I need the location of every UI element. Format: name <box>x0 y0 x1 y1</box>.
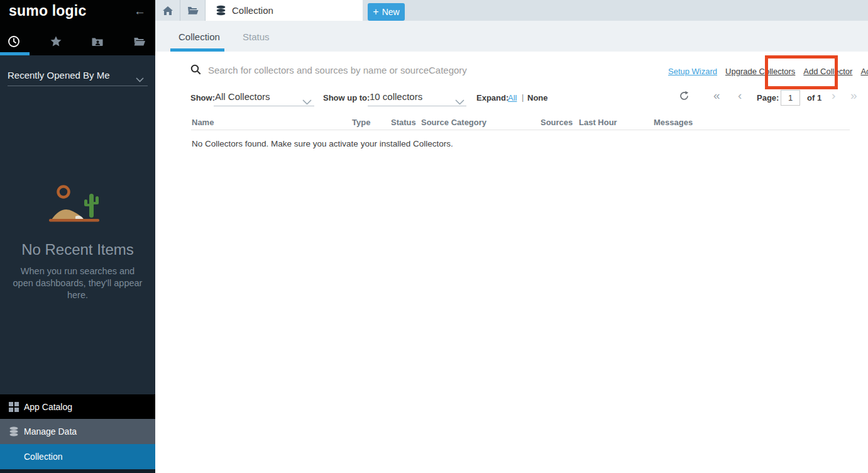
refresh-icon[interactable] <box>679 91 689 104</box>
collapse-sidebar-icon[interactable]: ← <box>134 4 146 18</box>
column-header-status: Status <box>391 118 416 127</box>
page-label: Page: <box>757 93 779 103</box>
subtab-bar: Collection Status <box>155 21 868 52</box>
top-tab-strip: Collection + New <box>155 0 868 21</box>
expand-separator: | <box>522 92 524 102</box>
sidebar-item-collection-selected[interactable]: Collection <box>0 444 155 469</box>
expand-all-link[interactable]: All <box>508 93 517 103</box>
sidebar: sumo logic ← Recently Opened By Me <box>0 0 155 473</box>
column-header-name: Name <box>192 118 214 127</box>
empty-table-message: No Collectors found. Make sure you activ… <box>192 139 453 148</box>
setup-wizard-link[interactable]: Setup Wizard <box>668 67 717 76</box>
personal-library-icon[interactable] <box>91 35 104 48</box>
sidebar-item-label: Manage Data <box>24 426 77 437</box>
database-icon <box>9 426 19 437</box>
new-tab-button[interactable]: + New <box>368 3 405 21</box>
last-page-icon[interactable]: » <box>850 89 857 103</box>
show-dropdown[interactable]: All Collectors <box>215 91 270 102</box>
search-input[interactable] <box>208 62 598 77</box>
show-up-to-underline <box>368 106 466 106</box>
column-header-type: Type <box>352 118 370 127</box>
chevron-down-icon[interactable] <box>136 74 144 85</box>
access-keys-link[interactable]: Access Keys <box>860 67 868 76</box>
expand-label: Expand: <box>476 93 508 103</box>
grid-icon <box>9 402 19 412</box>
sidebar-item-label: App Catalog <box>24 402 72 412</box>
database-icon <box>216 5 226 16</box>
next-page-icon[interactable]: › <box>832 89 835 103</box>
column-header-last-hour: Last Hour <box>579 118 617 127</box>
browse-tabs-button[interactable] <box>180 0 206 21</box>
add-collector-link[interactable]: Add Collector <box>803 67 852 76</box>
tab-label: Collection <box>232 5 273 16</box>
home-button[interactable] <box>155 0 180 21</box>
library-folder-icon[interactable] <box>133 35 146 48</box>
toolbar-links: Setup Wizard Upgrade Collectors Add Coll… <box>668 67 868 76</box>
show-up-to-dropdown[interactable]: 10 collectors <box>370 91 422 102</box>
no-recent-items-title: No Recent Items <box>0 241 155 259</box>
column-header-messages: Messages <box>654 118 693 127</box>
sidebar-header: sumo logic ← <box>0 0 155 55</box>
sidebar-item-app-catalog[interactable]: App Catalog <box>0 394 155 419</box>
no-recent-items-description: When you run searches and open dashboard… <box>10 265 145 301</box>
new-button-label: New <box>382 7 400 17</box>
upgrade-collectors-link[interactable]: Upgrade Collectors <box>725 67 795 76</box>
home-icon <box>162 6 173 16</box>
tab-collection[interactable]: Collection <box>206 0 363 21</box>
recently-opened-selector[interactable]: Recently Opened By Me <box>8 70 148 81</box>
plus-icon: + <box>373 6 378 18</box>
sidebar-item-label: Collection <box>24 452 62 462</box>
show-up-to-label: Show up to: <box>323 93 370 103</box>
sumo-logic-logo: sumo logic <box>9 3 86 19</box>
column-header-sources: Sources <box>541 118 573 127</box>
sidebar-bottom-strip <box>0 469 155 473</box>
page-number-input[interactable] <box>781 90 800 106</box>
subtab-collection[interactable]: Collection <box>179 31 220 42</box>
folder-icon <box>187 6 199 15</box>
subtab-status[interactable]: Status <box>243 31 270 42</box>
show-label: Show: <box>190 93 215 103</box>
sidebar-item-manage-data[interactable]: Manage Data <box>0 419 155 444</box>
search-icon <box>190 64 201 77</box>
first-page-icon[interactable]: « <box>713 89 720 103</box>
previous-page-icon[interactable]: ‹ <box>738 89 742 103</box>
show-dropdown-underline <box>214 106 314 106</box>
desert-illustration <box>48 182 102 226</box>
table-header-divider <box>191 130 850 130</box>
collection-content: Setup Wizard Upgrade Collectors Add Coll… <box>155 52 868 473</box>
page-count-label: of 1 <box>807 93 821 103</box>
expand-none-link[interactable]: None <box>527 93 548 103</box>
column-header-source-category: Source Category <box>421 118 486 127</box>
favorites-tab-star-icon[interactable] <box>50 35 62 48</box>
recent-selector-underline <box>8 86 148 86</box>
recents-tab-clock-icon[interactable] <box>8 35 20 48</box>
active-tab-indicator <box>0 52 30 55</box>
